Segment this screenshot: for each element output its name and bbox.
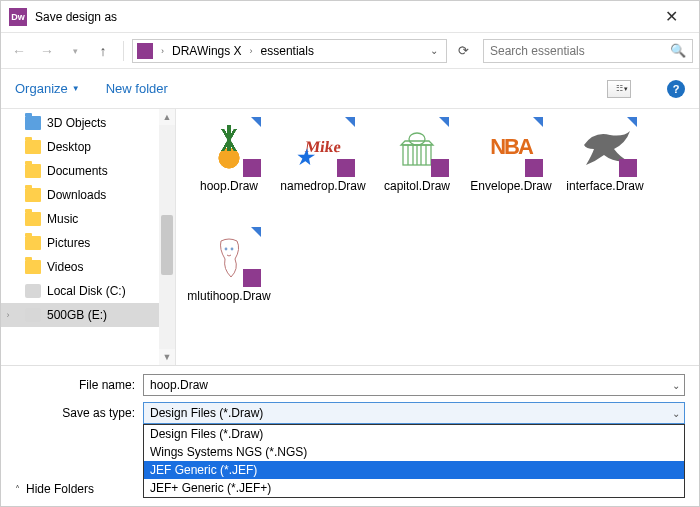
hide-folders-label: Hide Folders <box>26 482 94 496</box>
type-option[interactable]: Wings Systems NGS (*.NGS) <box>144 443 684 461</box>
file-item[interactable]: hoop.Draw <box>182 117 276 227</box>
file-label: Envelope.Draw <box>468 179 553 194</box>
scroll-thumb[interactable] <box>161 215 173 275</box>
folder-icon <box>25 116 41 130</box>
file-label: namedrop.Draw <box>278 179 367 194</box>
disk-icon <box>25 284 41 298</box>
save-as-type-dropdown[interactable]: Design Files (*.Draw) Wings Systems NGS … <box>143 424 685 498</box>
file-label: interface.Draw <box>564 179 645 194</box>
close-button[interactable]: ✕ <box>651 7 691 26</box>
sidebar-item-documents[interactable]: Documents <box>1 159 159 183</box>
expand-arrow-icon[interactable]: › <box>3 310 13 320</box>
file-pane[interactable]: hoop.Draw Mike namedrop.Draw capitol.Dra… <box>176 109 699 365</box>
sidebar-item-label: 500GB (E:) <box>47 308 107 322</box>
app-badge-icon <box>243 159 261 177</box>
file-item[interactable]: Mike namedrop.Draw <box>276 117 370 227</box>
breadcrumb-segment[interactable]: essentials <box>259 44 316 58</box>
shortcut-overlay-icon <box>533 117 543 127</box>
shortcut-overlay-icon <box>345 117 355 127</box>
sidebar-item-500gb-e[interactable]: › 500GB (E:) <box>1 303 159 327</box>
file-label: hoop.Draw <box>198 179 260 194</box>
chevron-right-icon: › <box>157 46 168 56</box>
app-badge-icon <box>525 159 543 177</box>
file-label: capitol.Draw <box>382 179 452 194</box>
scroll-down-icon[interactable]: ▼ <box>159 349 175 365</box>
explorer-body: 3D Objects Desktop Documents Downloads M… <box>1 109 699 365</box>
filename-label: File name: <box>15 378 143 392</box>
sidebar-item-label: Desktop <box>47 140 91 154</box>
sidebar-item-downloads[interactable]: Downloads <box>1 183 159 207</box>
svg-point-0 <box>409 133 425 145</box>
sidebar-scrollbar[interactable]: ▲ ▼ <box>159 109 175 365</box>
breadcrumb-dropdown[interactable]: ⌄ <box>430 45 442 56</box>
file-item[interactable]: interface.Draw <box>558 117 652 227</box>
app-badge-icon <box>243 269 261 287</box>
scroll-up-icon[interactable]: ▲ <box>159 109 175 125</box>
chevron-down-icon[interactable]: ⌄ <box>672 380 680 391</box>
type-option[interactable]: Design Files (*.Draw) <box>144 425 684 443</box>
type-option[interactable]: JEF+ Generic (*.JEF+) <box>144 479 684 497</box>
file-thumbnail: Mike <box>293 119 353 175</box>
file-item[interactable]: mlutihoop.Draw <box>182 227 276 337</box>
search-icon[interactable]: 🔍 <box>670 43 686 58</box>
breadcrumb[interactable]: › DRAWings X › essentials ⌄ <box>132 39 447 63</box>
file-thumbnail: NBA <box>481 119 541 175</box>
location-icon <box>137 43 153 59</box>
back-button[interactable]: ← <box>7 39 31 63</box>
sidebar-item-local-disk-c[interactable]: Local Disk (C:) <box>1 279 159 303</box>
window-title: Save design as <box>35 10 651 24</box>
refresh-button[interactable]: ⟳ <box>451 39 475 63</box>
save-as-type-label: Save as type: <box>15 406 143 420</box>
search-box[interactable]: 🔍 <box>483 39 693 63</box>
forward-button[interactable]: → <box>35 39 59 63</box>
organize-label: Organize <box>15 81 68 96</box>
up-button[interactable]: ↑ <box>91 39 115 63</box>
recent-dropdown[interactable]: ▾ <box>63 39 87 63</box>
save-as-type-value: Design Files (*.Draw) <box>150 406 263 420</box>
view-mode-button[interactable]: ☷ <box>607 80 631 98</box>
breadcrumb-segment[interactable]: DRAWings X <box>170 44 244 58</box>
sidebar-item-label: Documents <box>47 164 108 178</box>
chevron-up-icon: ˄ <box>15 484 20 495</box>
app-badge-icon <box>619 159 637 177</box>
file-thumbnail <box>575 119 635 175</box>
shortcut-overlay-icon <box>251 117 261 127</box>
sidebar-item-videos[interactable]: Videos <box>1 255 159 279</box>
disk-icon <box>25 308 41 322</box>
file-thumbnail <box>387 119 447 175</box>
sidebar-item-desktop[interactable]: Desktop <box>1 135 159 159</box>
sidebar-item-music[interactable]: Music <box>1 207 159 231</box>
toolbar: Organize ▼ New folder ☷ ? <box>1 69 699 109</box>
shortcut-overlay-icon <box>251 227 261 237</box>
hide-folders-button[interactable]: ˄ Hide Folders <box>15 482 94 496</box>
organize-menu[interactable]: Organize ▼ <box>15 81 80 96</box>
sidebar-item-label: Pictures <box>47 236 90 250</box>
sidebar-item-3d-objects[interactable]: 3D Objects <box>1 111 159 135</box>
nav-tree: 3D Objects Desktop Documents Downloads M… <box>1 109 176 365</box>
scroll-track[interactable] <box>159 125 175 349</box>
file-item[interactable]: NBA Envelope.Draw <box>464 117 558 227</box>
file-label: mlutihoop.Draw <box>185 289 272 304</box>
new-folder-button[interactable]: New folder <box>106 81 168 96</box>
chevron-right-icon: › <box>246 46 257 56</box>
folder-icon <box>25 236 41 250</box>
help-button[interactable]: ? <box>667 80 685 98</box>
chevron-down-icon[interactable]: ⌄ <box>672 408 680 419</box>
sidebar-item-pictures[interactable]: Pictures <box>1 231 159 255</box>
filename-value: hoop.Draw <box>150 378 208 392</box>
file-item[interactable]: capitol.Draw <box>370 117 464 227</box>
app-badge-icon <box>337 159 355 177</box>
save-as-type-combo[interactable]: Design Files (*.Draw) ⌄ <box>143 402 685 424</box>
shortcut-overlay-icon <box>627 117 637 127</box>
folder-icon <box>25 188 41 202</box>
sidebar-item-label: Videos <box>47 260 83 274</box>
folder-icon <box>25 260 41 274</box>
folder-icon <box>25 212 41 226</box>
filename-input[interactable]: hoop.Draw ⌄ <box>143 374 685 396</box>
sidebar-item-label: Local Disk (C:) <box>47 284 126 298</box>
file-thumbnail <box>199 119 259 175</box>
titlebar: Dw Save design as ✕ <box>1 1 699 33</box>
nav-bar: ← → ▾ ↑ › DRAWings X › essentials ⌄ ⟳ 🔍 <box>1 33 699 69</box>
search-input[interactable] <box>490 44 670 58</box>
type-option-selected[interactable]: JEF Generic (*.JEF) <box>144 461 684 479</box>
